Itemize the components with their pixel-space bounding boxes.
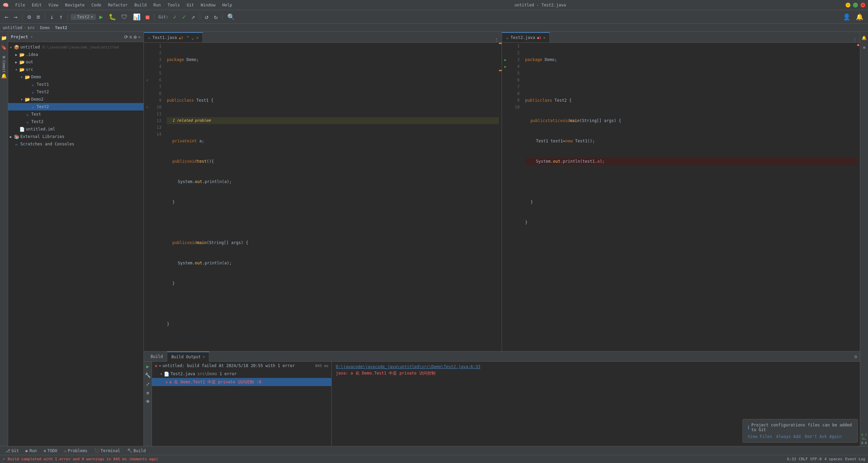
undo-button[interactable]: ↺	[203, 13, 211, 21]
build-item-error[interactable]: ✕ a 在 Demo.Test1 中是 private 访问控制 :6	[152, 378, 331, 386]
tab-test1-close[interactable]: ✕	[196, 36, 198, 40]
breadcrumb-part-4[interactable]: Test2	[55, 25, 67, 30]
git-view-files[interactable]: View Files	[748, 434, 772, 439]
menu-window[interactable]: Window	[198, 2, 218, 8]
git-dont-ask[interactable]: Don't Ask Again	[805, 434, 842, 439]
build-eye-icon[interactable]: 👁	[144, 398, 151, 405]
close-button[interactable]: ✕	[861, 3, 865, 7]
right-icon-structure[interactable]: ≡	[861, 44, 868, 51]
editor-2-code[interactable]: package Demo; public class Test2 { publi…	[522, 43, 857, 351]
breadcrumb-part-3[interactable]: Demo	[40, 25, 50, 30]
tree-item-untitled[interactable]: ▾ 📦 untitled D:\javacode\javacode_java\u…	[8, 43, 143, 51]
build-detail-link[interactable]: D:\javacode\javacode_java\untitled\src\D…	[336, 364, 480, 369]
editor-1-code[interactable]: package Demo; public class Test1 { 1 rel…	[164, 43, 499, 351]
build-output-tab[interactable]: Build Output ✕	[167, 351, 209, 362]
footer-tab-build[interactable]: 🔨 Build	[124, 448, 149, 454]
sidebar-structure-icon[interactable]: ≡	[1, 54, 7, 60]
build-rerun-icon[interactable]: ▶	[144, 363, 151, 370]
tree-item-out[interactable]: ▶ 📂 out	[8, 58, 143, 66]
tree-item-iml[interactable]: 📄 untitled.iml	[8, 125, 143, 133]
tab-test2[interactable]: ☕ Test2.java ●1 ✕	[502, 32, 550, 42]
menu-help[interactable]: Help	[219, 2, 235, 8]
project-sync-icon[interactable]: ⟳	[124, 34, 128, 40]
build-scroll-icon[interactable]: ≡	[144, 389, 151, 396]
notifications-button[interactable]: 🔔	[854, 13, 865, 21]
project-settings-icon[interactable]: ⚙	[134, 34, 136, 40]
footer-tab-terminal[interactable]: ⬛ Terminal	[92, 448, 123, 454]
sidebar-bookmark-icon[interactable]: 🔖	[1, 44, 7, 51]
status-crlf[interactable]: CRLF	[799, 457, 808, 461]
git-checkmark1[interactable]: ✓	[171, 13, 179, 21]
run-config-selector[interactable]: ☕ Test2 ▾	[71, 14, 96, 20]
tab-test2-close[interactable]: ✕	[543, 36, 546, 40]
build-item-root[interactable]: ✕ ▾ untitled: build failed At 2024/5/18 …	[152, 362, 331, 370]
tree-item-test1[interactable]: ☕ Test1	[8, 81, 143, 88]
account-button[interactable]: 👤	[841, 13, 852, 21]
menu-build[interactable]: Build	[132, 2, 149, 8]
status-position[interactable]: 6:33	[787, 457, 796, 461]
sidebar-notification-icon[interactable]: 🔔	[1, 73, 7, 79]
footer-tab-todo[interactable]: ≡ TODO	[41, 448, 60, 454]
menu-edit[interactable]: Edit	[29, 2, 44, 8]
tree-item-scratches[interactable]: ✏ Scratches and Consoles	[8, 140, 143, 148]
stop-button[interactable]: ■	[144, 13, 152, 21]
menu-code[interactable]: Code	[89, 2, 104, 8]
pane-1-options[interactable]: ⋮	[494, 37, 499, 42]
git-update-button[interactable]: ↓	[48, 13, 56, 21]
tree-item-idea[interactable]: ▶ 📂 .idea	[8, 51, 143, 58]
git-always-add[interactable]: Always Add	[776, 434, 801, 439]
debug-button[interactable]: 🐛	[107, 13, 118, 21]
bottom-settings-icon[interactable]: ⚙	[854, 354, 857, 359]
menu-git[interactable]: Git	[184, 2, 197, 8]
build-output-tab-close[interactable]: ✕	[203, 355, 205, 359]
minimize-button[interactable]: ─	[846, 3, 850, 7]
structure-button[interactable]: ≡	[35, 13, 42, 21]
pane-2-options[interactable]: ⋮	[852, 37, 857, 42]
tree-item-extlibs[interactable]: ▶ 📚 External Libraries	[8, 133, 143, 140]
project-panel-dropdown[interactable]: ▾	[31, 35, 33, 39]
profile-button[interactable]: 📊	[131, 13, 142, 21]
menu-tools[interactable]: Tools	[165, 2, 182, 8]
footer-tab-run[interactable]: ▶ Run	[23, 448, 40, 454]
settings-button[interactable]: ⚙	[25, 13, 33, 21]
tree-item-demo2[interactable]: ▾ 📂 Demo2	[8, 96, 143, 103]
build-filter-icon[interactable]: 🔧	[144, 372, 151, 379]
tree-item-test2-demo[interactable]: ☕ Test2	[8, 88, 143, 96]
build-expand-icon[interactable]: ⤢	[144, 381, 151, 387]
git-checkmark2[interactable]: ✓	[180, 13, 188, 21]
footer-tab-git[interactable]: ⎇ Git	[3, 448, 22, 454]
gutter-2-3[interactable]: ▶	[502, 56, 509, 63]
menu-file[interactable]: File	[13, 2, 28, 8]
back-button[interactable]: ←	[3, 13, 11, 21]
status-indent[interactable]: 4 spaces	[824, 457, 842, 461]
status-charset[interactable]: UTF-8	[810, 457, 822, 461]
editor-2-content[interactable]: ▶ ▶ 1 2 3 4 5	[502, 43, 860, 351]
git-push-icon[interactable]: ↗	[189, 13, 197, 21]
tree-item-src[interactable]: ▾ 📂 src	[8, 66, 143, 73]
menu-refactor[interactable]: Refactor	[105, 2, 130, 8]
menu-navigate[interactable]: Navigate	[62, 2, 88, 8]
tree-item-test[interactable]: ☕ Test	[8, 110, 143, 118]
project-minimize-icon[interactable]: −	[138, 34, 141, 40]
footer-tab-problems[interactable]: ⚠ Problems	[61, 448, 90, 454]
tab-test1[interactable]: ☕ Test1.java ▲3 ⌃ ⌄ ✕	[144, 32, 203, 42]
sidebar-commit-icon[interactable]: Commit	[1, 63, 7, 70]
forward-button[interactable]: →	[12, 13, 20, 21]
editor-1-content[interactable]: ⚡ ⚡ 1 2 3 4	[144, 43, 502, 351]
tree-item-demo[interactable]: ▾ 📂 Demo	[8, 73, 143, 81]
build-tab[interactable]: Build	[147, 351, 167, 362]
menu-run[interactable]: Run	[151, 2, 163, 8]
tree-item-test2-demo2[interactable]: ☕ Test2	[8, 103, 143, 110]
status-event-log[interactable]: Event Log	[845, 457, 865, 461]
breadcrumb-part-1[interactable]: untitled	[3, 25, 22, 30]
breadcrumb-part-2[interactable]: src	[27, 25, 35, 30]
git-push-button[interactable]: ↑	[57, 13, 65, 21]
coverage-button[interactable]: 🛡	[119, 13, 130, 21]
run-button[interactable]: ▶	[97, 13, 105, 21]
redo-button[interactable]: ↻	[212, 13, 220, 21]
build-item-test2[interactable]: ▾ 📄 Test2.java src\Demo 1 error	[152, 370, 331, 378]
sidebar-project-icon[interactable]: 📁	[1, 35, 7, 41]
menu-view[interactable]: View	[46, 2, 61, 8]
maximize-button[interactable]: □	[853, 3, 858, 7]
tree-item-test2-src[interactable]: ☕ Test2	[8, 118, 143, 125]
